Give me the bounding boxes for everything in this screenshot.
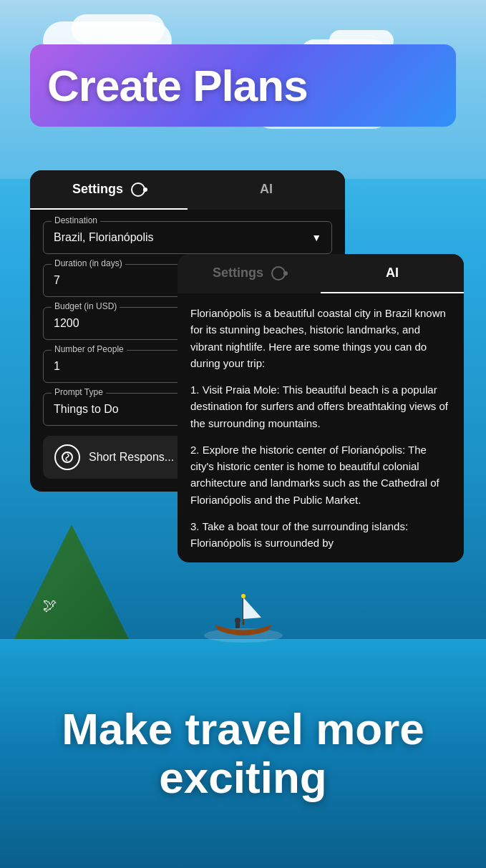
- ai-tabs: Settings AI: [178, 254, 464, 293]
- duration-label: Duration (in days): [52, 258, 125, 268]
- ai-tab-ai[interactable]: AI: [321, 254, 464, 293]
- destination-dropdown-arrow: ▼: [311, 232, 321, 243]
- ai-response-body: Florianópolis is a beautiful coastal cit…: [178, 293, 464, 562]
- ai-item1: 1. Visit Praia Mole: This beautiful beac…: [190, 381, 451, 431]
- settings-icon: [131, 182, 145, 197]
- ai-settings-icon: [271, 266, 286, 281]
- tab-settings[interactable]: Settings: [30, 170, 188, 210]
- svg-rect-5: [235, 623, 240, 628]
- ai-panel: Settings AI Florianópolis is a beautiful…: [178, 254, 464, 562]
- people-label: Number of People: [52, 344, 127, 354]
- destination-input[interactable]: Brazil, Florianópolis ▼: [43, 221, 332, 254]
- ai-intro: Florianópolis is a beautiful coastal cit…: [190, 305, 451, 371]
- bottom-section: Make travel more exciting: [0, 639, 486, 868]
- ai-tab-settings[interactable]: Settings: [178, 254, 321, 293]
- boat-illustration: [200, 589, 286, 646]
- short-response-icon: [54, 444, 80, 470]
- budget-label: Budget (in USD): [52, 301, 120, 311]
- ai-item2: 2. Explore the historic center of Floria…: [190, 442, 451, 508]
- short-response-label: Short Respons...: [89, 451, 174, 464]
- destination-field: Destination Brazil, Florianópolis ▼: [43, 221, 332, 254]
- footer-title: Make travel more exciting: [0, 705, 486, 802]
- ai-item3: 3. Take a boat tour of the surrounding i…: [190, 518, 451, 552]
- svg-point-4: [235, 618, 240, 623]
- page-title: Create Plans: [47, 60, 308, 111]
- svg-point-3: [241, 594, 246, 598]
- bird-icon: 🕊: [43, 598, 57, 614]
- tab-ai[interactable]: AI: [188, 170, 345, 210]
- settings-tabs: Settings AI: [30, 170, 345, 210]
- prompt-type-label: Prompt Type: [52, 387, 106, 397]
- destination-label: Destination: [52, 215, 100, 225]
- header-bar: Create Plans: [30, 44, 456, 127]
